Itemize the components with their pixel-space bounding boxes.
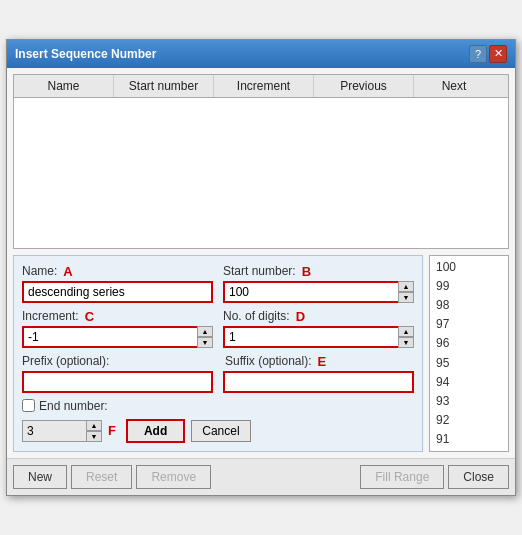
preview-number: 98: [436, 296, 502, 315]
start-number-spinner: ▲ ▼: [223, 281, 414, 303]
group-increment: Increment: C ▲ ▼: [22, 309, 213, 348]
end-number-spinner-btns: ▲ ▼: [86, 420, 102, 442]
group-no-of-digits: No. of digits: D ▲ ▼: [223, 309, 414, 348]
increment-badge: C: [85, 309, 94, 324]
end-number-checkbox[interactable]: [22, 399, 35, 412]
table-body: [14, 98, 508, 248]
form-and-preview: Name: A Start number: B ▲: [13, 255, 509, 453]
suffix-label: Suffix (optional):: [225, 354, 312, 368]
col-next: Next: [414, 75, 494, 97]
start-number-label-row: Start number: B: [223, 264, 414, 279]
fill-range-button[interactable]: Fill Range: [360, 465, 444, 489]
increment-label-row: Increment: C: [22, 309, 213, 324]
row-increment-digits: Increment: C ▲ ▼ No.: [22, 309, 414, 348]
increment-spinner: ▲ ▼: [22, 326, 213, 348]
name-label-row: Name: A: [22, 264, 213, 279]
end-number-down[interactable]: ▼: [86, 431, 102, 442]
reset-button[interactable]: Reset: [71, 465, 132, 489]
preview-number: 100: [436, 258, 502, 277]
preview-number: 95: [436, 354, 502, 373]
col-previous: Previous: [314, 75, 414, 97]
end-number-checkbox-row: End number:: [22, 399, 414, 413]
preview-number: 92: [436, 411, 502, 430]
table-header: Name Start number Increment Previous Nex…: [14, 75, 508, 98]
preview-number: 93: [436, 392, 502, 411]
no-of-digits-label-row: No. of digits: D: [223, 309, 414, 324]
no-of-digits-spinner: ▲ ▼: [223, 326, 414, 348]
title-bar-buttons: ? ✕: [469, 45, 507, 63]
name-label: Name:: [22, 264, 57, 278]
preview-number: 91: [436, 430, 502, 449]
new-button[interactable]: New: [13, 465, 67, 489]
no-of-digits-input[interactable]: [223, 326, 414, 348]
help-button[interactable]: ?: [469, 45, 487, 63]
dialog-content: Name Start number Increment Previous Nex…: [7, 68, 515, 459]
end-number-row: ▲ ▼ F Add Cancel: [22, 419, 414, 443]
insert-sequence-dialog: Insert Sequence Number ? ✕ Name Start nu…: [6, 39, 516, 497]
close-button[interactable]: ✕: [489, 45, 507, 63]
start-number-label: Start number:: [223, 264, 296, 278]
bottom-bar: New Reset Remove Fill Range Close: [7, 458, 515, 495]
increment-spinner-btns: ▲ ▼: [197, 326, 213, 348]
no-of-digits-badge: D: [296, 309, 305, 324]
end-number-label: End number:: [39, 399, 108, 413]
start-number-input[interactable]: [223, 281, 414, 303]
dialog-title: Insert Sequence Number: [15, 47, 156, 61]
end-number-spinner: ▲ ▼: [22, 420, 102, 442]
col-start-number: Start number: [114, 75, 214, 97]
preview-number: 97: [436, 315, 502, 334]
end-number-up[interactable]: ▲: [86, 420, 102, 431]
group-start-number: Start number: B ▲ ▼: [223, 264, 414, 303]
preview-number: 96: [436, 334, 502, 353]
col-name: Name: [14, 75, 114, 97]
increment-input[interactable]: [22, 326, 213, 348]
row-name-start: Name: A Start number: B ▲: [22, 264, 414, 303]
suffix-input[interactable]: [223, 371, 414, 393]
preview-number: 99: [436, 277, 502, 296]
add-badge: F: [108, 423, 116, 438]
col-increment: Increment: [214, 75, 314, 97]
no-of-digits-spinner-btns: ▲ ▼: [398, 326, 414, 348]
preview-area: 100999897969594939291: [429, 255, 509, 453]
prefix-suffix-row: Prefix (optional): Suffix (optional): E: [22, 354, 414, 393]
cancel-button[interactable]: Cancel: [191, 420, 250, 442]
remove-button[interactable]: Remove: [136, 465, 211, 489]
no-of-digits-down[interactable]: ▼: [398, 337, 414, 348]
start-number-badge: B: [302, 264, 311, 279]
name-input[interactable]: [22, 281, 213, 303]
title-bar: Insert Sequence Number ? ✕: [7, 40, 515, 68]
table-area: Name Start number Increment Previous Nex…: [13, 74, 509, 249]
start-number-up[interactable]: ▲: [398, 281, 414, 292]
prefix-label: Prefix (optional):: [22, 354, 211, 369]
start-number-spinner-btns: ▲ ▼: [398, 281, 414, 303]
increment-up[interactable]: ▲: [197, 326, 213, 337]
form-area: Name: A Start number: B ▲: [13, 255, 423, 453]
preview-number: 94: [436, 373, 502, 392]
add-button[interactable]: Add: [126, 419, 185, 443]
increment-down[interactable]: ▼: [197, 337, 213, 348]
start-number-down[interactable]: ▼: [398, 292, 414, 303]
no-of-digits-up[interactable]: ▲: [398, 326, 414, 337]
suffix-badge: E: [318, 354, 327, 369]
name-badge: A: [63, 264, 72, 279]
close-dialog-button[interactable]: Close: [448, 465, 509, 489]
group-name: Name: A: [22, 264, 213, 303]
prefix-input[interactable]: [22, 371, 213, 393]
no-of-digits-label: No. of digits:: [223, 309, 290, 323]
increment-label: Increment:: [22, 309, 79, 323]
prefix-suffix-inputs: [22, 371, 414, 393]
prefix-suffix-labels: Prefix (optional): Suffix (optional): E: [22, 354, 414, 369]
